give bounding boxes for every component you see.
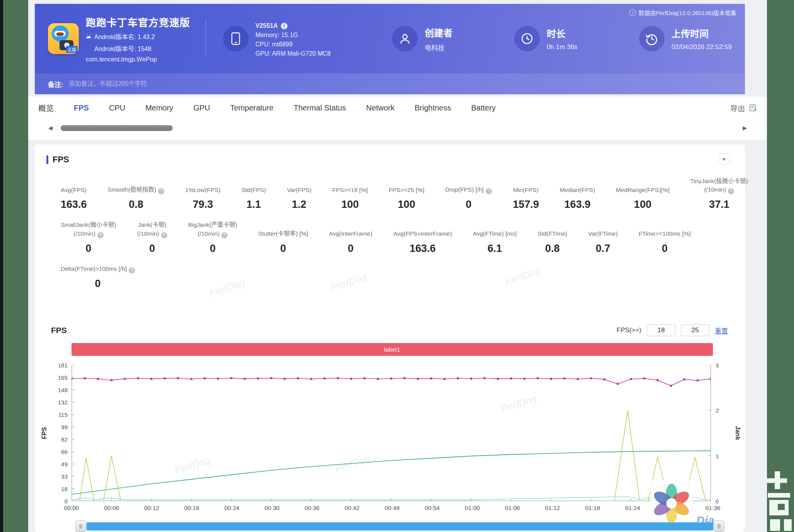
fps-data-point	[417, 377, 419, 380]
fps-data-point	[576, 378, 579, 380]
fps-section-header: FPS	[46, 155, 69, 165]
threshold-input-1[interactable]	[647, 325, 675, 336]
stat-value: 100	[332, 199, 368, 211]
export-button[interactable]: 导出	[730, 103, 757, 113]
help-icon[interactable]: ?	[97, 232, 104, 238]
fps-data-point	[683, 378, 685, 381]
stat-item: FPS>=25 [%]100	[378, 177, 435, 211]
scrollbar-thumb[interactable]	[61, 125, 173, 131]
app-title: 跑跑卡丁车官方竞速版	[86, 15, 190, 29]
stat-value: 37.1	[690, 199, 748, 211]
stat-value: 0	[445, 199, 492, 211]
x-tick-label: 00:06	[104, 505, 119, 512]
stat-item: Avg(FPS+InterFrame)163.6	[383, 221, 462, 254]
y-left-tick: 115	[58, 411, 68, 418]
stat-label: Stutter(卡顿率) [%]	[258, 229, 308, 238]
report-page: i 数据由PerfDog(12.0.260136)版本收集 正版 跑跑卡丁车官方…	[28, 0, 767, 532]
upload-time-value: 02/04/2026 22:52:59	[672, 43, 732, 51]
stat-item: Jank(卡顿)(/10min)?0	[127, 221, 178, 254]
app-info: 跑跑卡丁车官方竞速版 Android版本名: 1.43.2 Android版本号…	[86, 15, 190, 63]
note-label: 备注:	[48, 79, 63, 89]
note-input[interactable]	[68, 80, 732, 88]
slider-handle-left[interactable]	[75, 520, 86, 532]
tab-概览[interactable]: 概览	[38, 102, 54, 114]
collapse-button[interactable]: ▼	[718, 153, 730, 165]
package-name: com.tencent.tmgp.WePop	[86, 56, 190, 63]
tab-CPU[interactable]: CPU	[109, 104, 125, 112]
slider-handle-right[interactable]	[714, 520, 724, 532]
stat-item: BigJank(严重卡顿)(/10min)?0	[178, 221, 248, 254]
device-memory: Memory: 15.1G	[255, 32, 331, 39]
stat-item: Median(FPS)163.9	[549, 177, 605, 211]
help-icon[interactable]: ?	[161, 232, 167, 238]
chart-title: FPS	[51, 326, 67, 335]
help-icon[interactable]: ?	[221, 232, 228, 238]
chart-band-label1: label1	[71, 343, 713, 356]
stat-label: TinyJank(极微小卡顿)(/10min)?	[690, 177, 748, 194]
stats-row-3: Delta(FTime)>100ms [/h]?0	[50, 265, 729, 290]
x-tick-label: 01:36	[706, 505, 721, 512]
fps-data-point	[483, 377, 486, 379]
help-icon[interactable]: ?	[129, 267, 135, 274]
fps-data-point	[230, 377, 233, 379]
fps-data-point	[110, 379, 112, 381]
fps-chart: FPS 1811651481321159982664933160 Jank 32…	[43, 365, 738, 501]
tab-items: 概览FPSCPUMemoryGPUTemperatureThermal Stat…	[38, 102, 516, 114]
stat-item: Avg(FTime) [ms]6.1	[462, 221, 527, 254]
threshold-input-2[interactable]	[681, 325, 709, 336]
stat-item: Std(FTime)0.8	[527, 221, 578, 254]
x-tick-label: 00:00	[64, 505, 79, 512]
duration-value: 0h 1m 36s	[547, 43, 577, 51]
stat-value: 6.1	[473, 243, 517, 255]
tab-Brightness[interactable]: Brightness	[415, 104, 451, 112]
slider-track[interactable]	[87, 522, 713, 530]
fps-data-point	[323, 377, 326, 380]
stat-label: Std(FTime)	[537, 229, 567, 238]
fps-data-point	[310, 378, 313, 380]
stat-label: Min(FPS)	[513, 186, 539, 194]
fps-threshold-filter: FPS(>=) 重置	[617, 325, 728, 336]
tab-GPU[interactable]: GPU	[193, 104, 210, 112]
stat-value: 0	[137, 243, 167, 255]
x-tick-label: 00:36	[304, 505, 320, 512]
stat-label: Var(FTime)	[588, 229, 618, 238]
y-left-tick: 148	[58, 387, 68, 393]
device-model: V2551A	[255, 22, 278, 29]
y-left-tick: 66	[61, 449, 68, 455]
stat-value: 163.6	[61, 199, 87, 211]
y-left-tick: 33	[61, 473, 68, 480]
x-tick-label: 01:00	[465, 505, 480, 512]
tab-Thermal Status[interactable]: Thermal Status	[294, 104, 346, 112]
stat-label: Avg(FPS)	[61, 186, 87, 194]
stat-item: Avg(FPS)163.6	[50, 177, 97, 211]
report-header: i 数据由PerfDog(12.0.260136)版本收集 正版 跑跑卡丁车官方…	[35, 4, 745, 94]
app-icon-face	[56, 32, 64, 36]
stat-value: 0.8	[108, 199, 165, 211]
fps-card: FPS ▼ Avg(FPS)163.6Smooth(稳帧指数)?0.81%Low…	[35, 144, 745, 532]
android-version-name: Android版本名: 1.43.2	[94, 32, 155, 41]
tab-Memory[interactable]: Memory	[145, 104, 173, 112]
tab-Temperature[interactable]: Temperature	[230, 104, 274, 112]
stat-item: Smooth(稳帧指数)?0.8	[97, 177, 175, 211]
scroll-right-icon[interactable]: ▶	[743, 125, 747, 131]
scroll-left-icon[interactable]: ◀	[48, 125, 53, 131]
fps-data-point	[617, 383, 619, 385]
android-icon	[86, 34, 92, 39]
x-tick-label: 00:24	[224, 505, 240, 512]
tab-Network[interactable]: Network	[366, 104, 394, 112]
plot-area[interactable]	[71, 365, 711, 501]
collect-info-text: 数据由PerfDog(12.0.260136)版本收集	[639, 8, 736, 17]
header-divider	[206, 19, 206, 58]
tab-FPS[interactable]: FPS	[74, 104, 89, 112]
y-right-tick: 3	[716, 362, 719, 369]
fps-data-point	[590, 377, 592, 379]
help-icon[interactable]: ?	[728, 188, 734, 194]
collect-info: i 数据由PerfDog(12.0.260136)版本收集	[629, 8, 736, 17]
fps-data-point	[150, 378, 153, 380]
help-icon[interactable]: ?	[158, 188, 164, 194]
help-icon[interactable]: ?	[486, 188, 492, 194]
device-info-icon[interactable]: i	[281, 23, 287, 29]
tab-Battery[interactable]: Battery	[471, 104, 495, 112]
reset-link[interactable]: 重置	[715, 326, 728, 335]
stat-label: Var(FPS)	[287, 186, 311, 194]
